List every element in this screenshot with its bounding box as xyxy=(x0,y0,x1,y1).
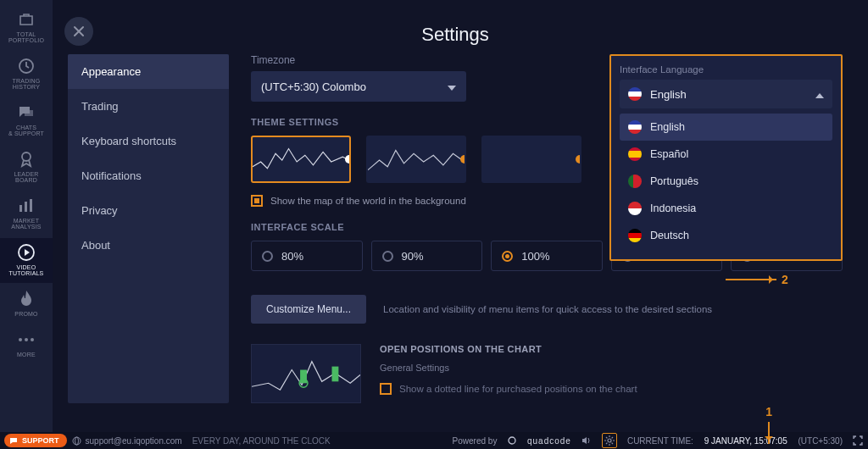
language-selected: English xyxy=(650,88,687,101)
open-positions-thumb xyxy=(251,344,361,403)
rail-item-promo[interactable]: PROMO xyxy=(0,285,53,324)
theme-option-light[interactable] xyxy=(481,136,581,183)
sound-icon[interactable] xyxy=(581,435,592,446)
flag-icon xyxy=(628,202,642,215)
language-label: Interface Language xyxy=(620,64,832,75)
clock-icon xyxy=(17,57,36,75)
nav-item-privacy[interactable]: Privacy xyxy=(68,193,229,228)
scale-option-100[interactable]: 100% xyxy=(491,241,603,271)
language-option-indonesia[interactable]: Indonesia xyxy=(620,195,832,222)
nav-item-trading[interactable]: Trading xyxy=(68,89,229,124)
current-time: CURRENT TIME: 9 JANUARY, 15:07:05 (UTC+5… xyxy=(627,436,843,446)
dotted-line-checkbox[interactable]: Show a dotted line for purchased positio… xyxy=(380,383,637,395)
nav-item-notifications[interactable]: Notifications xyxy=(68,158,229,193)
radio-icon xyxy=(262,251,273,262)
svg-point-13 xyxy=(73,437,81,445)
svg-line-24 xyxy=(612,437,613,438)
flame-icon xyxy=(17,290,36,308)
nav-item-keyboard-shortcuts[interactable]: Keyboard shortcuts xyxy=(68,124,229,158)
nav-item-about[interactable]: About xyxy=(68,228,229,263)
page-title: Settings xyxy=(68,24,843,46)
badge-icon xyxy=(17,150,36,169)
language-option-list: EnglishEspañolPortuguêsIndonesiaDeutsch xyxy=(620,114,832,249)
svg-point-16 xyxy=(608,439,611,442)
show-map-label: Show the map of the world in the backgro… xyxy=(270,196,466,206)
rail-item-market[interactable]: MARKETANALYSIS xyxy=(0,191,53,236)
annotation-2: 2 xyxy=(726,273,788,286)
close-button[interactable] xyxy=(64,17,93,46)
radio-icon xyxy=(382,251,393,262)
fullscreen-button[interactable] xyxy=(853,435,863,446)
nav-item-appearance[interactable]: Appearance xyxy=(68,54,229,89)
play-icon xyxy=(17,243,36,262)
language-option-deutsch[interactable]: Deutsch xyxy=(620,222,832,249)
support-label: SUPPORT xyxy=(22,436,59,445)
briefcase-icon xyxy=(17,10,36,29)
language-option-español[interactable]: Español xyxy=(620,141,832,168)
settings-nav: AppearanceTradingKeyboard shortcutsNotif… xyxy=(68,54,229,403)
rail-item-chats[interactable]: CHATS& SUPPORT xyxy=(0,98,53,143)
svg-rect-4 xyxy=(25,202,27,212)
chevron-down-icon xyxy=(448,80,456,93)
svg-rect-11 xyxy=(332,367,339,382)
svg-rect-3 xyxy=(19,205,22,212)
left-rail: TOTALPORTFOLIOTRADINGHISTORYCHATS& SUPPO… xyxy=(0,0,53,432)
checkbox-icon xyxy=(380,383,392,395)
timezone-select[interactable]: (UTC+5:30) Colombo xyxy=(251,71,466,102)
rail-item-video[interactable]: VIDEOTUTORIALS xyxy=(0,238,53,283)
svg-point-8 xyxy=(25,338,28,341)
open-positions-subtitle: General Settings xyxy=(380,363,637,373)
dotted-line-label: Show a dotted line for purchased positio… xyxy=(399,384,637,394)
radio-icon xyxy=(502,251,513,262)
rail-item-portfolio[interactable]: TOTALPORTFOLIO xyxy=(0,5,53,50)
svg-point-14 xyxy=(75,437,78,445)
footer-bar: SUPPORT support@eu.iqoption.com EVERY DA… xyxy=(0,432,868,449)
support-email[interactable]: support@eu.iqoption.com xyxy=(72,436,182,446)
svg-rect-10 xyxy=(300,370,307,384)
svg-point-2 xyxy=(22,152,31,161)
svg-rect-5 xyxy=(30,199,32,212)
scale-option-80[interactable]: 80% xyxy=(251,241,363,271)
theme-option-mid[interactable] xyxy=(366,136,466,183)
svg-point-15 xyxy=(509,437,515,444)
svg-line-23 xyxy=(606,443,607,444)
chat-icon xyxy=(17,103,36,122)
powered-by: Powered by quadcode xyxy=(453,436,571,446)
flag-icon xyxy=(628,175,642,188)
flag-icon xyxy=(628,120,642,134)
flag-icon xyxy=(628,229,642,242)
svg-line-22 xyxy=(612,443,613,444)
rail-item-leader[interactable]: LEADERBOARD xyxy=(0,145,53,190)
timezone-label: Timezone xyxy=(251,54,466,66)
support-button[interactable]: SUPPORT xyxy=(4,434,67,447)
settings-gear-button[interactable] xyxy=(602,433,617,448)
settings-content: 2 Interface Language English EnglishEspa… xyxy=(251,54,843,403)
theme-option-dark[interactable] xyxy=(251,136,351,183)
timezone-value: (UTC+5:30) Colombo xyxy=(261,80,366,93)
dots-icon xyxy=(17,330,36,349)
flag-icon xyxy=(628,147,642,161)
support-tagline: EVERY DAY, AROUND THE CLOCK xyxy=(192,436,331,446)
uk-flag-icon xyxy=(628,87,642,101)
bars-icon xyxy=(17,197,36,215)
open-positions-title: OPEN POSITIONS ON THE CHART xyxy=(380,344,637,354)
language-select[interactable]: English xyxy=(620,80,832,108)
checkbox-icon xyxy=(251,195,263,207)
svg-line-21 xyxy=(606,437,607,438)
language-option-english[interactable]: English xyxy=(620,114,832,141)
customize-menu-button[interactable]: Customize Menu... xyxy=(251,295,366,324)
svg-rect-1 xyxy=(25,110,33,116)
language-panel: Interface Language English EnglishEspaño… xyxy=(609,54,843,261)
svg-point-9 xyxy=(31,338,34,341)
settings-page: Settings AppearanceTradingKeyboard short… xyxy=(53,0,868,432)
rail-item-history[interactable]: TRADINGHISTORY xyxy=(0,52,53,97)
chevron-up-icon xyxy=(815,88,824,101)
svg-point-7 xyxy=(19,338,22,341)
language-option-português[interactable]: Português xyxy=(620,168,832,195)
scale-option-90[interactable]: 90% xyxy=(371,241,483,271)
rail-item-more[interactable]: MORE xyxy=(0,325,53,364)
customize-menu-desc: Location and visibility of menu items fo… xyxy=(383,304,712,314)
